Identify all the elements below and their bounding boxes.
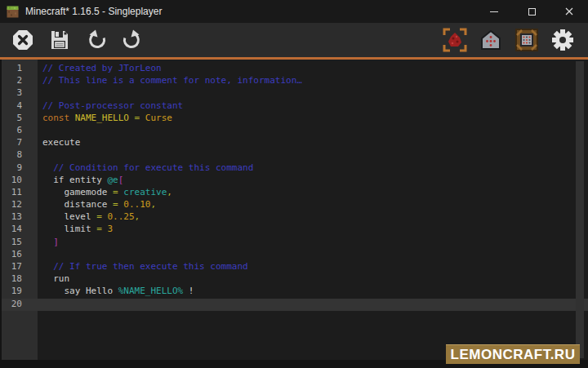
code-line-7[interactable]: execute: [38, 137, 588, 149]
app-window: Minecraft* 1.16.5 - Singleplayer: [0, 0, 588, 368]
line-number: 7: [2, 137, 38, 149]
editor-scrollbar[interactable]: [576, 61, 584, 358]
window-title: Minecraft* 1.16.5 - Singleplayer: [25, 6, 162, 17]
line-number-gutter: 1234567891011121314151617181920: [0, 60, 38, 360]
line-number: 6: [2, 125, 38, 137]
line-number: 11: [2, 187, 38, 199]
code-editor[interactable]: 1234567891011121314151617181920 // Creat…: [0, 60, 588, 360]
code-line-19[interactable]: say Hello %NAME_HELLO% !: [38, 286, 588, 298]
code-line-17[interactable]: // If true then execute this command: [38, 261, 588, 273]
line-number: 1: [2, 63, 38, 75]
watermark-banner: LEMONCRAFT.RU: [446, 344, 580, 364]
code-line-16[interactable]: [38, 249, 588, 261]
code-line-6[interactable]: [38, 125, 588, 137]
save-button[interactable]: [47, 27, 73, 53]
maximize-icon: [528, 8, 536, 16]
close-icon: [565, 7, 573, 16]
entity-spawner-icon: [480, 29, 501, 51]
code-line-3[interactable]: [38, 87, 588, 100]
line-number: 13: [2, 211, 38, 224]
code-line-13[interactable]: level = 0..25,: [38, 211, 588, 224]
cancel-button[interactable]: [10, 27, 36, 53]
code-line-9[interactable]: // Condition for execute this command: [38, 162, 588, 175]
line-number: 8: [2, 149, 38, 162]
line-number: 15: [2, 237, 38, 249]
line-number: 9: [2, 162, 38, 175]
redstone-target-button[interactable]: [442, 27, 468, 53]
settings-button[interactable]: [550, 27, 576, 53]
entity-spawner-button[interactable]: [478, 27, 504, 53]
undo-icon: [87, 29, 108, 51]
line-number: 19: [2, 286, 38, 298]
gear-icon: [551, 29, 574, 51]
code-line-15[interactable]: ]: [38, 237, 588, 249]
code-line-12[interactable]: distance = 0..10,: [38, 199, 588, 211]
code-line-5[interactable]: const NAME_HELLO = Curse: [38, 113, 588, 125]
line-number: 20: [2, 299, 38, 311]
redstone-target-icon: [443, 28, 467, 52]
redo-button[interactable]: [118, 27, 145, 53]
maximize-button[interactable]: [513, 0, 550, 23]
line-number: 14: [2, 224, 38, 236]
code-line-8[interactable]: [38, 149, 588, 162]
line-number: 12: [2, 199, 38, 211]
line-number: 16: [2, 249, 38, 261]
save-icon: [50, 29, 69, 51]
toolbar: [0, 23, 588, 57]
line-number: 3: [2, 87, 38, 100]
code-line-20[interactable]: [38, 299, 588, 311]
minimize-button[interactable]: [475, 0, 513, 23]
line-number: 18: [2, 273, 38, 286]
code-line-18[interactable]: run: [38, 273, 588, 286]
line-number: 17: [2, 261, 38, 273]
code-line-10[interactable]: if entity @e[: [38, 175, 588, 187]
redo-icon: [121, 29, 142, 51]
line-number: 2: [2, 75, 38, 87]
window-controls: [475, 0, 588, 23]
close-button[interactable]: [550, 0, 588, 23]
code-line-2[interactable]: // This line is a comment for note, info…: [38, 75, 588, 87]
cancel-icon: [11, 29, 34, 51]
code-line-14[interactable]: limit = 3: [38, 224, 588, 236]
code-line-4[interactable]: // Post-processor constant: [38, 100, 588, 113]
code-area[interactable]: // Created by JTorLeon// This line is a …: [38, 60, 588, 360]
titlebar[interactable]: Minecraft* 1.16.5 - Singleplayer: [0, 0, 588, 23]
code-line-1[interactable]: // Created by JTorLeon: [38, 63, 588, 75]
redstone-circuit-icon: [515, 29, 538, 51]
line-number: 5: [2, 113, 38, 125]
redstone-circuit-button[interactable]: [514, 27, 540, 53]
minimize-icon: [490, 11, 498, 12]
grass-block-icon: [7, 6, 19, 18]
code-line-11[interactable]: gamemode = creative,: [38, 187, 588, 199]
line-number: 10: [2, 175, 38, 187]
undo-button[interactable]: [84, 27, 110, 53]
line-number: 4: [2, 100, 38, 113]
